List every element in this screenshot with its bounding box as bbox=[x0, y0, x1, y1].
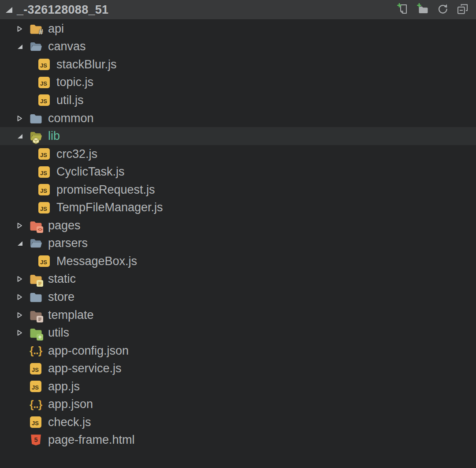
collapsed-arrow-icon[interactable] bbox=[17, 294, 29, 300]
folder-icon bbox=[29, 112, 42, 125]
tree-item[interactable]: template bbox=[0, 306, 476, 324]
stacked-windows-icon bbox=[457, 3, 469, 16]
js-file-icon: JS bbox=[37, 165, 51, 179]
folder-template-icon bbox=[29, 308, 42, 322]
js-file-icon: JS bbox=[37, 147, 51, 161]
tree-item-label: lib bbox=[48, 129, 60, 143]
tree-item-label: CyclicTask.js bbox=[56, 165, 125, 179]
folder-utils-icon: + bbox=[29, 326, 42, 340]
tree-item[interactable]: #api bbox=[0, 20, 476, 38]
tree-item[interactable]: +utils bbox=[0, 324, 476, 342]
tree-item-label: TempFileManager.js bbox=[56, 201, 163, 214]
js-file-icon: JS bbox=[37, 183, 51, 196]
new-file-button[interactable] bbox=[395, 2, 410, 17]
tree-item[interactable]: JSCyclicTask.js bbox=[0, 163, 476, 181]
folder-lib-icon bbox=[29, 130, 42, 143]
tree-item-label: app-config.json bbox=[48, 344, 129, 358]
tree-item-label: util.js bbox=[56, 94, 84, 107]
collapse-all-button[interactable] bbox=[455, 2, 470, 17]
file-tree: #api canvasJSstackBlur.jsJStopic.jsJSuti… bbox=[0, 20, 476, 449]
refresh-button[interactable] bbox=[435, 2, 450, 17]
tree-item[interactable]: JSTempFileManager.js bbox=[0, 198, 476, 217]
tree-item-label: page-frame.html bbox=[48, 433, 135, 447]
tree-item[interactable]: <>pages bbox=[0, 217, 476, 235]
collapsed-arrow-icon[interactable] bbox=[17, 222, 29, 229]
refresh-icon bbox=[437, 3, 449, 16]
tree-item-label: app.json bbox=[48, 397, 93, 411]
tree-item-label: store bbox=[48, 290, 74, 304]
toolbar bbox=[395, 2, 470, 17]
tree-item[interactable]: JSstackBlur.js bbox=[0, 56, 476, 74]
tree-item[interactable]: JStopic.js bbox=[0, 74, 476, 92]
tree-item-label: pages bbox=[48, 219, 81, 232]
collapsed-arrow-icon[interactable] bbox=[17, 115, 29, 122]
js-file-icon: JS bbox=[29, 380, 42, 393]
expanded-arrow-icon[interactable] bbox=[17, 241, 29, 246]
svg-text:5: 5 bbox=[34, 436, 37, 443]
js-file-icon: JS bbox=[37, 76, 51, 89]
tree-item-label: topic.js bbox=[56, 75, 93, 89]
tree-item-label: api bbox=[48, 22, 64, 36]
tree-item-label: template bbox=[48, 308, 94, 322]
folder-icon bbox=[29, 290, 42, 303]
tree-item[interactable]: store bbox=[0, 288, 476, 306]
collapsed-arrow-icon[interactable] bbox=[17, 329, 29, 336]
tree-item-label: stackBlur.js bbox=[56, 58, 117, 71]
tree-item-label: canvas bbox=[48, 40, 86, 53]
tree-item[interactable]: JSapp.js bbox=[0, 378, 476, 396]
tree-item-label: parsers bbox=[48, 236, 88, 250]
new-folder-icon bbox=[417, 3, 429, 16]
tree-item[interactable]: {..}app.json bbox=[0, 395, 476, 413]
folder-pages-icon: <> bbox=[29, 219, 42, 232]
tree-item-label: static bbox=[48, 272, 76, 286]
new-folder-button[interactable] bbox=[415, 2, 430, 17]
collapsed-arrow-icon[interactable] bbox=[17, 312, 29, 318]
js-file-icon: JS bbox=[29, 416, 42, 429]
tree-item[interactable]: lib bbox=[0, 127, 476, 145]
root-expanded-arrow-icon[interactable] bbox=[5, 7, 17, 13]
tree-item[interactable]: JScheck.js bbox=[0, 413, 476, 431]
js-file-icon: JS bbox=[29, 362, 42, 375]
new-file-icon bbox=[397, 3, 409, 16]
project-root-title: _-326128088_51 bbox=[17, 3, 108, 17]
tree-item[interactable]: JSMessageBox.js bbox=[0, 252, 476, 270]
js-file-icon: JS bbox=[37, 201, 51, 214]
project-header[interactable]: _-326128088_51 bbox=[0, 0, 476, 20]
collapsed-arrow-icon[interactable] bbox=[17, 26, 29, 32]
tree-item-label: promiseRequest.js bbox=[56, 183, 155, 197]
tree-item[interactable]: canvas bbox=[0, 38, 476, 56]
tree-item[interactable]: JSapp-service.js bbox=[0, 359, 476, 378]
tree-item-label: app.js bbox=[48, 380, 80, 393]
expanded-arrow-icon[interactable] bbox=[17, 44, 29, 49]
tree-item[interactable]: {..}app-config.json bbox=[0, 342, 476, 360]
folder-open-icon bbox=[29, 40, 42, 53]
tree-item-label: app-service.js bbox=[48, 362, 122, 375]
html-file-icon: 5 bbox=[29, 434, 42, 447]
tree-item-label: common bbox=[48, 112, 94, 125]
tree-item-label: utils bbox=[48, 326, 69, 340]
js-file-icon: JS bbox=[37, 255, 51, 268]
expanded-arrow-icon[interactable] bbox=[17, 134, 29, 139]
tree-item[interactable]: JScrc32.js bbox=[0, 145, 476, 163]
tree-item[interactable]: parsers bbox=[0, 235, 476, 253]
js-file-icon: JS bbox=[37, 94, 51, 107]
json-file-icon: {..} bbox=[29, 398, 42, 411]
json-file-icon: {..} bbox=[29, 344, 42, 357]
tree-item[interactable]: JSutil.js bbox=[0, 91, 476, 109]
collapsed-arrow-icon[interactable] bbox=[17, 276, 29, 282]
tree-item-label: check.js bbox=[48, 416, 91, 429]
tree-item-label: MessageBox.js bbox=[56, 255, 137, 268]
tree-item[interactable]: JSpromiseRequest.js bbox=[0, 181, 476, 199]
tree-item[interactable]: static bbox=[0, 270, 476, 288]
tree-item[interactable]: 5 page-frame.html bbox=[0, 431, 476, 449]
folder-open-icon bbox=[29, 237, 42, 250]
folder-api-icon: # bbox=[29, 22, 42, 35]
tree-item-label: crc32.js bbox=[56, 147, 97, 161]
file-explorer-panel: _-326128088_51 #api canvasJSstackBlur.js… bbox=[0, 0, 476, 449]
tree-item[interactable]: common bbox=[0, 109, 476, 127]
js-file-icon: JS bbox=[37, 58, 51, 71]
folder-static-icon bbox=[29, 273, 42, 286]
